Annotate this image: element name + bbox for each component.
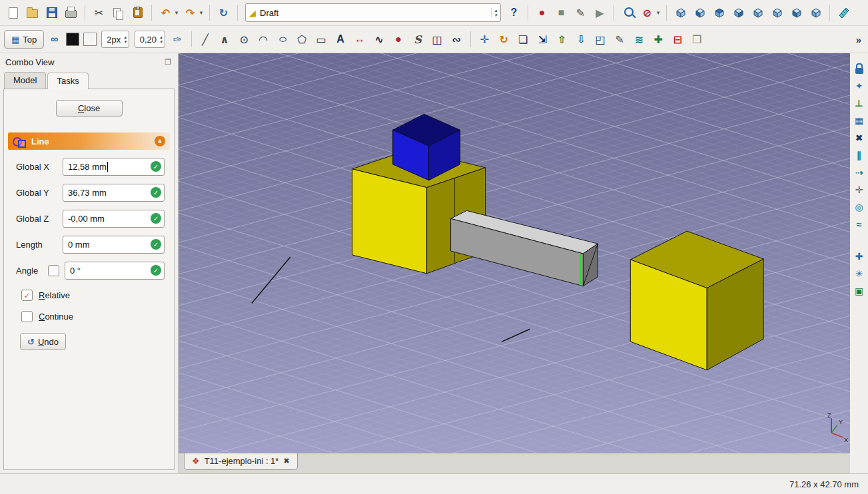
print-icon[interactable] [62, 4, 80, 22]
draw-style-dropdown-icon[interactable]: ▾ [655, 9, 661, 16]
save-icon[interactable] [43, 4, 61, 22]
angle-checkbox[interactable] [48, 265, 59, 276]
snap-special-icon[interactable]: ✛ [852, 182, 867, 197]
construction-mode-icon[interactable]: ∞ [45, 31, 63, 49]
yellow-cube-right[interactable] [630, 231, 763, 370]
document-tab[interactable]: ❖ T11-ejemplo-ini : 1* ✖ [184, 453, 298, 470]
close-document-icon[interactable]: ✖ [283, 457, 289, 465]
draw-style-icon[interactable]: ⊘ [638, 4, 656, 22]
float-panel-icon[interactable]: ❐ [165, 58, 171, 67]
macro-edit-icon[interactable]: ✎ [572, 4, 590, 22]
view-rear-icon[interactable] [749, 4, 767, 22]
undo-button[interactable]: ↺ Undo [20, 333, 66, 350]
working-plane-button[interactable]: ▦ Top [4, 30, 44, 49]
draft-rotate-icon[interactable]: ↻ [495, 31, 513, 49]
snap-lock-icon[interactable] [852, 61, 867, 76]
view-isometric-icon[interactable] [807, 4, 825, 22]
workbench-spinner-icon[interactable]: ▴ ▾ [491, 8, 497, 17]
close-task-button[interactable]: Close [56, 100, 123, 117]
draft-move-icon[interactable]: ✛ [476, 31, 494, 49]
view-front-icon[interactable] [691, 4, 709, 22]
snap-near-icon[interactable]: ≈ [852, 217, 867, 232]
3d-viewport[interactable]: Z Y X [179, 53, 850, 453]
text-scale-spinbox[interactable]: 0,20 ▴ ▾ [135, 31, 165, 48]
spin-up-icon[interactable]: ▴ [494, 8, 497, 13]
macro-stop-icon[interactable]: ■ [552, 4, 570, 22]
spin-up-icon[interactable]: ▴ [160, 35, 163, 39]
draft-rectangle-icon[interactable]: ▭ [312, 31, 330, 49]
line-width-spinner-icon[interactable]: ▴ ▾ [124, 35, 127, 44]
length-input[interactable]: 0 mm ✓ [63, 236, 165, 254]
whats-this-icon[interactable]: ? [505, 4, 523, 22]
copy-icon[interactable] [109, 4, 127, 22]
snap-intersection-icon[interactable]: ✖ [852, 130, 867, 145]
draft-wipe-icon[interactable]: ≋ [630, 31, 648, 49]
draft-clone-icon[interactable]: ❏ [514, 31, 532, 49]
snap-center-icon[interactable]: ◎ [852, 200, 867, 214]
draft-addpoint-icon[interactable]: ✚ [650, 31, 667, 49]
spin-down-icon[interactable]: ▾ [160, 39, 163, 44]
view-bottom-icon[interactable] [768, 4, 786, 22]
snap-parallel-icon[interactable]: ∥ [852, 148, 867, 162]
view-left-icon[interactable] [787, 4, 805, 22]
draft-ellipse-icon[interactable]: ○ [270, 31, 296, 49]
face-color-swatch[interactable] [83, 33, 97, 46]
spin-down-icon[interactable]: ▾ [124, 39, 127, 44]
fit-all-icon[interactable] [619, 4, 637, 22]
draft-shape2dview-icon[interactable]: ❒ [688, 31, 706, 49]
spin-down-icon[interactable]: ▾ [494, 13, 497, 17]
paste-icon[interactable] [129, 4, 147, 22]
global-z-input[interactable]: -0,00 mm ✓ [63, 210, 165, 228]
draft-bezier-icon[interactable]: ∾ [448, 31, 466, 49]
open-folder-icon[interactable] [23, 4, 41, 22]
view-axonometric-icon[interactable] [671, 4, 689, 22]
redo-icon[interactable]: ↷ [181, 4, 199, 22]
measure-icon[interactable] [835, 4, 853, 22]
draft-line-icon[interactable]: ╱ [197, 31, 215, 49]
draft-upgrade-icon[interactable]: ⇧ [553, 31, 571, 49]
global-y-input[interactable]: 36,73 mm ✓ [63, 184, 165, 202]
workbench-selector[interactable]: ◢ Draft ▴ ▾ [245, 3, 501, 22]
3d-scene[interactable]: Z Y X [179, 53, 850, 453]
relative-checkbox[interactable]: ✓ [21, 290, 33, 301]
apply-style-icon[interactable]: ✑ [169, 31, 187, 49]
line-width-spinbox[interactable]: 2px ▴ ▾ [101, 31, 129, 48]
draft-wire-icon[interactable]: ∧ [216, 31, 234, 49]
draft-delpoint-icon[interactable]: ⊟ [669, 31, 687, 49]
snap-perpendicular-icon[interactable]: ⊥ [852, 96, 867, 111]
undo-icon[interactable]: ↶ [157, 4, 175, 22]
collapse-section-icon[interactable]: ∧ [155, 136, 165, 146]
snap-endpoint-icon[interactable]: ✦ [852, 79, 867, 93]
macro-record-icon[interactable]: ● [533, 4, 551, 22]
draft-facebinder-icon[interactable]: ◫ [428, 31, 446, 49]
text-scale-spinner-icon[interactable]: ▴ ▾ [160, 35, 163, 44]
tab-model[interactable]: Model [4, 72, 46, 89]
draft-edit-icon[interactable]: ✎ [611, 31, 629, 49]
line-task-header[interactable]: Line ∧ [8, 132, 170, 150]
snap-workingplane-icon[interactable]: ▣ [852, 284, 867, 298]
tab-tasks[interactable]: Tasks [47, 73, 88, 89]
snap-angle-icon[interactable]: ✳ [852, 266, 867, 281]
macro-play-icon[interactable]: ▶ [591, 4, 609, 22]
draft-scale-icon[interactable]: ◰ [592, 31, 610, 49]
toolbar-overflow-icon[interactable]: » [856, 34, 864, 45]
undo-dropdown-icon[interactable]: ▾ [173, 9, 180, 16]
draft-shapestring-icon[interactable]: S [409, 31, 427, 49]
draft-circle-icon[interactable]: ⊙ [235, 31, 253, 49]
draft-downgrade-icon[interactable]: ⇩ [572, 31, 590, 49]
front-face[interactable] [352, 169, 427, 274]
continue-checkbox[interactable] [21, 311, 33, 322]
global-x-input[interactable]: 12,58 mm ✓ [63, 158, 165, 176]
draft-dimension-icon[interactable]: ↔ [351, 31, 369, 49]
refresh-icon[interactable]: ↻ [215, 4, 232, 22]
angle-input[interactable]: 0 ° ✓ [65, 262, 165, 280]
snap-extension-icon[interactable]: ⇢ [852, 165, 867, 180]
redo-dropdown-icon[interactable]: ▾ [198, 9, 205, 16]
snap-dimensions-icon[interactable]: ✚ [852, 249, 867, 264]
new-document-icon[interactable] [4, 4, 22, 22]
view-right-icon[interactable] [729, 4, 747, 22]
draft-trimex-icon[interactable]: ⇲ [534, 31, 552, 49]
snap-grid-icon[interactable]: ▦ [852, 113, 867, 128]
cut-icon[interactable]: ✂ [90, 4, 108, 22]
draft-text-icon[interactable]: A [332, 31, 350, 49]
